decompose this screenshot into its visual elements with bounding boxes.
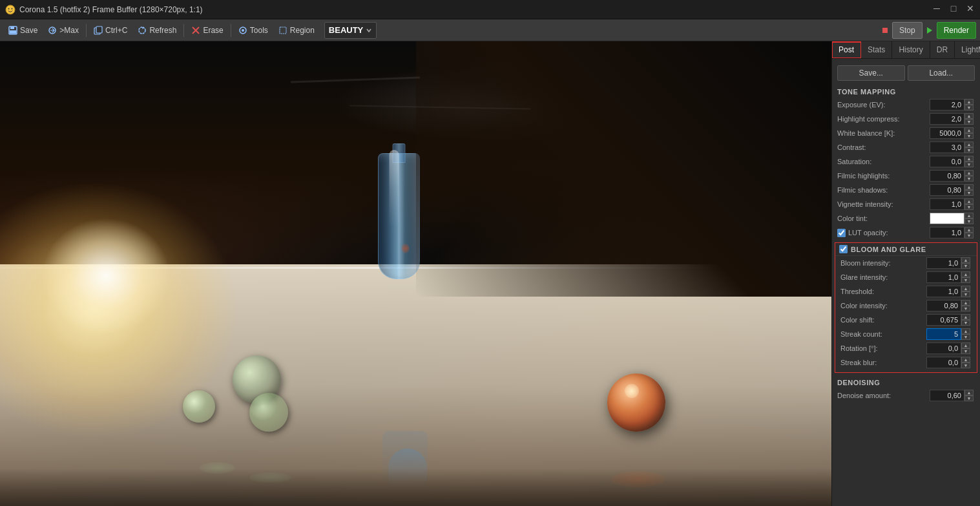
rotation-value-wrap: ▲ ▼: [926, 343, 972, 354]
saturation-down[interactable]: ▼: [964, 162, 974, 167]
streak-count-value-wrap: ▲ ▼: [926, 328, 972, 340]
threshold-up[interactable]: ▲: [961, 286, 970, 291]
threshold-input[interactable]: [926, 286, 961, 297]
color-intensity-row: Color intensity: ▲ ▼: [835, 299, 977, 313]
highlight-row: Highlight compress: ▲ ▼: [832, 112, 980, 126]
bloom-enable-checkbox[interactable]: [839, 245, 848, 253]
max-button[interactable]: >Max: [43, 22, 83, 39]
color-shift-up[interactable]: ▲: [961, 314, 970, 320]
bloom-intensity-row: Bloom intensity: ▲ ▼: [835, 256, 977, 270]
rotation-up[interactable]: ▲: [961, 343, 970, 348]
rotation-input[interactable]: [926, 343, 961, 354]
highlight-up[interactable]: ▲: [964, 113, 974, 119]
streak-blur-input[interactable]: [926, 357, 961, 368]
streak-blur-row: Streak blur: ▲ ▼: [835, 355, 977, 370]
bloom-intensity-down[interactable]: ▼: [961, 263, 970, 269]
filmic-shadows-label: Filmic shadows:: [837, 186, 930, 194]
threshold-down[interactable]: ▼: [961, 291, 970, 297]
tab-history[interactable]: History: [892, 41, 930, 58]
saturation-up[interactable]: ▲: [964, 156, 974, 162]
whitebalance-input[interactable]: [930, 127, 964, 139]
stop-icon: [881, 26, 890, 35]
streak-count-input[interactable]: [926, 328, 961, 340]
copy-button[interactable]: Ctrl+C: [89, 22, 132, 39]
copper-sphere: [607, 374, 665, 432]
beauty-dropdown[interactable]: BEAUTY: [324, 22, 377, 39]
denoise-down[interactable]: ▼: [964, 395, 974, 401]
erase-button[interactable]: Erase: [187, 22, 227, 39]
minimize-button[interactable]: ─: [930, 1, 944, 16]
filmic-highlights-up[interactable]: ▲: [964, 170, 974, 176]
vignette-down[interactable]: ▼: [964, 204, 974, 210]
render-button[interactable]: Render: [937, 22, 976, 39]
right-panel: Post Stats History DR LightMix Save... L…: [831, 41, 980, 506]
threshold-value-wrap: ▲ ▼: [926, 286, 972, 297]
tab-lightmix[interactable]: LightMix: [955, 41, 980, 58]
lut-down[interactable]: ▼: [964, 233, 974, 238]
color-tint-up[interactable]: ▲: [964, 213, 974, 218]
filmic-shadows-up[interactable]: ▲: [964, 184, 974, 190]
glare-intensity-input[interactable]: [926, 271, 961, 283]
tab-post[interactable]: Post: [832, 41, 861, 58]
contrast-up[interactable]: ▲: [964, 142, 974, 147]
color-intensity-input[interactable]: [926, 300, 961, 311]
glare-intensity-down[interactable]: ▼: [961, 277, 970, 283]
panel-save-button[interactable]: Save...: [837, 65, 905, 81]
lut-input[interactable]: [930, 227, 964, 238]
color-tint-spinners: ▲ ▼: [964, 213, 974, 224]
streak-count-up[interactable]: ▲: [961, 328, 970, 334]
panel-load-button[interactable]: Load...: [908, 65, 975, 81]
bloom-intensity-up[interactable]: ▲: [961, 257, 970, 263]
refresh-button[interactable]: Refresh: [133, 22, 181, 39]
save-button[interactable]: Save: [4, 22, 42, 39]
maximize-button[interactable]: □: [946, 1, 961, 16]
saturation-row: Saturation: ▲ ▼: [832, 154, 980, 169]
lut-up[interactable]: ▲: [964, 227, 974, 233]
close-button[interactable]: ✕: [963, 1, 977, 16]
saturation-input[interactable]: [930, 156, 964, 167]
color-shift-down[interactable]: ▼: [961, 320, 970, 326]
region-button[interactable]: Region: [274, 22, 319, 39]
highlight-input[interactable]: [930, 113, 964, 125]
whitebalance-up[interactable]: ▲: [964, 127, 974, 133]
rotation-down[interactable]: ▼: [961, 348, 970, 354]
filmic-highlights-input[interactable]: [930, 170, 964, 182]
vignette-up[interactable]: ▲: [964, 198, 974, 204]
filmic-shadows-value-wrap: ▲ ▼: [930, 184, 975, 196]
app-icon: [5, 5, 16, 15]
filmic-shadows-input[interactable]: [930, 184, 964, 196]
stop-button[interactable]: Stop: [892, 22, 923, 39]
vignette-input[interactable]: [930, 198, 964, 210]
bloom-header: BLOOM AND GLARE: [835, 243, 977, 256]
color-intensity-down[interactable]: ▼: [961, 306, 970, 311]
streak-blur-up[interactable]: ▲: [961, 357, 970, 363]
denoise-up[interactable]: ▲: [964, 390, 974, 395]
color-shift-label: Color shift:: [840, 316, 926, 324]
denoise-input[interactable]: [930, 390, 964, 401]
streak-blur-down[interactable]: ▼: [961, 363, 970, 368]
streak-count-down[interactable]: ▼: [961, 334, 970, 340]
tab-stats[interactable]: Stats: [861, 41, 892, 58]
contrast-input[interactable]: [930, 142, 964, 153]
color-shift-input[interactable]: [926, 314, 961, 326]
filmic-highlights-down[interactable]: ▼: [964, 176, 974, 182]
whitebalance-down[interactable]: ▼: [964, 133, 974, 139]
svg-rect-8: [96, 26, 102, 33]
color-tint-swatch[interactable]: [930, 213, 964, 224]
tools-button[interactable]: Tools: [234, 22, 273, 39]
lut-value-wrap: ▲ ▼: [930, 227, 975, 238]
color-intensity-up[interactable]: ▲: [961, 300, 970, 306]
lut-checkbox[interactable]: [837, 229, 846, 237]
exposure-down[interactable]: ▼: [964, 105, 974, 111]
exposure-up[interactable]: ▲: [964, 99, 974, 105]
bloom-intensity-input[interactable]: [926, 257, 961, 269]
highlight-down[interactable]: ▼: [964, 119, 974, 125]
streak-count-label: Streak count:: [840, 330, 926, 338]
exposure-input[interactable]: [930, 99, 964, 111]
contrast-down[interactable]: ▼: [964, 147, 974, 153]
tab-dr[interactable]: DR: [930, 41, 955, 58]
title-bar: Corona 1.5 (hotfix 2) Frame Buffer (1280…: [0, 0, 980, 19]
filmic-shadows-down[interactable]: ▼: [964, 190, 974, 196]
color-tint-down[interactable]: ▼: [964, 218, 974, 224]
glare-intensity-up[interactable]: ▲: [961, 271, 970, 277]
